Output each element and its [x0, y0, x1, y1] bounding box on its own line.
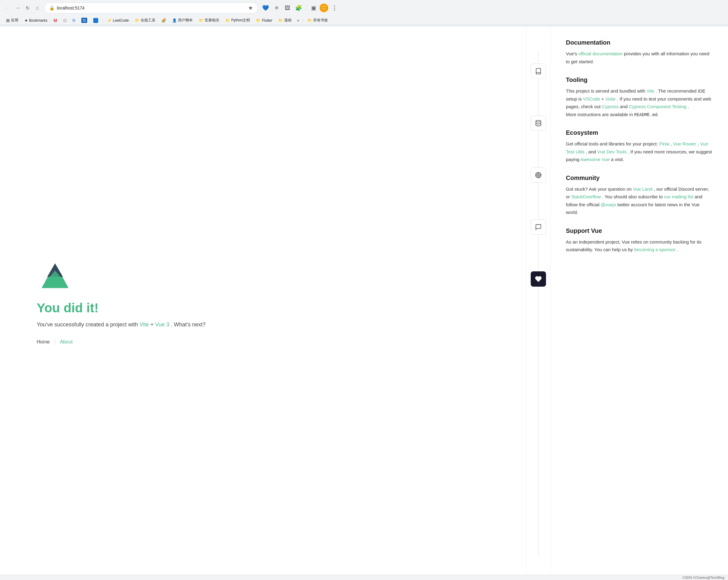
doc-title-community: Community	[566, 174, 713, 182]
vue3-link[interactable]: Vue 3	[155, 322, 169, 328]
docs-panel: Documentation Vue's official documentati…	[551, 27, 728, 580]
bookmark-github[interactable]: ⬡	[61, 18, 69, 24]
extension-btn-1[interactable]: 💙	[261, 3, 270, 13]
volar-link[interactable]: Volar	[605, 96, 616, 102]
folder-icon-2: 📁	[199, 18, 203, 23]
bookmark-google[interactable]: G	[70, 18, 78, 24]
mail-icon: M	[54, 18, 57, 23]
profile-button[interactable]: 😊	[320, 4, 328, 12]
browser-chrome: ← → ↻ ⌂ 🔒 localhost:5174 ★ 💙 ✳ 🖼 🧩 ▣ 😊 ⋮…	[0, 0, 728, 25]
svg-point-3	[536, 120, 541, 122]
folder-icon-3: 📁	[226, 18, 230, 23]
bookmark-flutter[interactable]: 📁 Flutter	[254, 18, 275, 24]
toolbar-right: 💙 ✳ 🖼 🧩 ▣ 😊 ⋮	[261, 3, 339, 13]
about-nav-link[interactable]: About	[60, 338, 73, 346]
userscript-label: 用户脚本	[178, 18, 193, 23]
doc-title-documentation: Documentation	[566, 39, 713, 46]
bookmark-all[interactable]: 📁 所有书签	[305, 17, 330, 24]
manga-label: 漫画	[284, 18, 291, 23]
awesome-vue-link[interactable]: Awesome Vue	[580, 157, 610, 162]
svg-point-5	[537, 173, 540, 177]
mailing-list-link[interactable]: our mailing list	[664, 194, 694, 199]
bookmark-bookmarks[interactable]: ★ Bookmarks	[22, 18, 50, 24]
database-panel-btn[interactable]	[531, 115, 546, 131]
doc-section-support: Support Vue As an independent project, V…	[566, 227, 713, 254]
rainbow-icon: 🌈	[161, 18, 166, 23]
vue-dev-tools-link[interactable]: Vue Dev Tools	[597, 149, 627, 154]
bookmark-userscript[interactable]: 👤 用户脚本	[170, 17, 195, 24]
bookmarks-label: Bookmarks	[29, 18, 47, 23]
apps-label: 应用	[11, 18, 18, 23]
browser-toolbar: ← → ↻ ⌂ 🔒 localhost:5174 ★ 💙 ✳ 🖼 🧩 ▣ 😊 ⋮	[0, 0, 728, 16]
github-icon: ⬡	[63, 18, 67, 23]
bookmark-manga[interactable]: 📁 漫画	[276, 17, 294, 24]
subtitle-after: . What's next?	[171, 322, 206, 328]
folder-icon-all: 📁	[307, 18, 312, 23]
home-button[interactable]: ⌂	[33, 4, 42, 12]
doc-section-ecosystem: Ecosystem Get official tools and librari…	[566, 129, 713, 164]
more-bookmarks-button[interactable]: »	[295, 18, 301, 24]
flutter-label: Flutter	[262, 18, 272, 23]
plus-sign: +	[151, 322, 154, 328]
doc-section-tooling: Tooling This project is served and bundl…	[566, 76, 713, 118]
sidebar-button[interactable]: ▣	[309, 3, 318, 13]
heart-panel-btn[interactable]	[531, 271, 546, 287]
apps-icon: ⊞	[6, 18, 10, 23]
star-button[interactable]: ★	[248, 5, 253, 11]
bookmark-online-tools[interactable]: 📁 在线工具	[132, 17, 158, 24]
menu-button[interactable]: ⋮	[330, 3, 339, 13]
back-button[interactable]: ←	[4, 4, 12, 12]
cypress-component-link[interactable]: Cypress Component Testing	[629, 104, 686, 109]
extension-btn-4[interactable]: 🧩	[294, 3, 304, 13]
nav-separator	[55, 339, 55, 345]
leetcode-label: LeetCode	[113, 18, 129, 23]
footer-text: CSDN ©Charles@TechBlog	[682, 576, 724, 579]
bookmark-python[interactable]: 📁 Python文档	[223, 17, 252, 24]
extension-btn-3[interactable]: 🖼	[283, 3, 292, 13]
bookmark-mail[interactable]: M	[51, 17, 60, 24]
bookmark-contest[interactable]: 📁 竞赛相关	[197, 17, 222, 24]
zhihu-icon: 知	[81, 18, 87, 23]
vue-land-link[interactable]: Vue Land	[633, 186, 652, 192]
toolbar-separator	[306, 4, 306, 11]
stackoverflow-link[interactable]: StackOverflow	[571, 194, 601, 199]
folder-icon-5: 📁	[278, 18, 283, 23]
official-docs-link[interactable]: official documentation	[578, 51, 623, 56]
extension-btn-2[interactable]: ✳	[271, 3, 281, 13]
bookmark-apps[interactable]: ⊞ 应用	[4, 17, 21, 24]
bookmark-item6[interactable]	[91, 17, 101, 24]
online-tools-label: 在线工具	[141, 18, 155, 23]
nav-buttons: ← → ↻ ⌂	[4, 4, 42, 12]
sponsor-link[interactable]: becoming a sponsor	[634, 247, 675, 252]
refresh-button[interactable]: ↻	[23, 4, 32, 12]
vscode-link[interactable]: VSCode	[583, 96, 600, 102]
home-nav-link[interactable]: Home	[37, 338, 50, 346]
nav-links: Home About	[37, 338, 73, 346]
user-icon: 👤	[172, 18, 177, 23]
address-bar[interactable]: 🔒 localhost:5174 ★	[44, 2, 258, 13]
vite-doc-link[interactable]: Vite	[646, 88, 654, 93]
doc-title-support: Support Vue	[566, 227, 713, 234]
bookmark-leetcode[interactable]: ⚡ LeetCode	[105, 18, 131, 24]
doc-text-community: Got stuck? Ask your question on Vue Land…	[566, 185, 713, 216]
pinia-link[interactable]: Pinia	[659, 141, 669, 146]
doc-text-support: As an independent project, Vue relies on…	[566, 238, 713, 254]
vue-app-left: You did it! You've successfully created …	[0, 27, 526, 580]
doc-section-community: Community Got stuck? Ask your question o…	[566, 174, 713, 216]
bookmark-rainbow[interactable]: 🌈	[159, 18, 168, 24]
cypress-link[interactable]: Cypress	[602, 104, 619, 109]
doc-section-documentation: Documentation Vue's official documentati…	[566, 39, 713, 65]
chat-panel-btn[interactable]	[531, 219, 546, 235]
leetcode-icon: ⚡	[107, 18, 112, 23]
forward-button[interactable]: →	[14, 4, 22, 12]
vite-link[interactable]: Vite	[139, 322, 149, 328]
vuejs-twitter-link[interactable]: @vuejs	[601, 202, 616, 207]
bookmark-separator-2	[303, 18, 303, 23]
lock-icon: 🔒	[49, 5, 54, 10]
item6-icon	[93, 18, 98, 23]
target-panel-btn[interactable]	[531, 167, 546, 183]
browser-footer: CSDN ©Charles@TechBlog	[0, 575, 728, 580]
vue-router-link[interactable]: Vue Router	[673, 141, 696, 146]
bookmark-zhihu[interactable]: 知	[79, 17, 89, 24]
book-panel-btn[interactable]	[531, 63, 546, 79]
